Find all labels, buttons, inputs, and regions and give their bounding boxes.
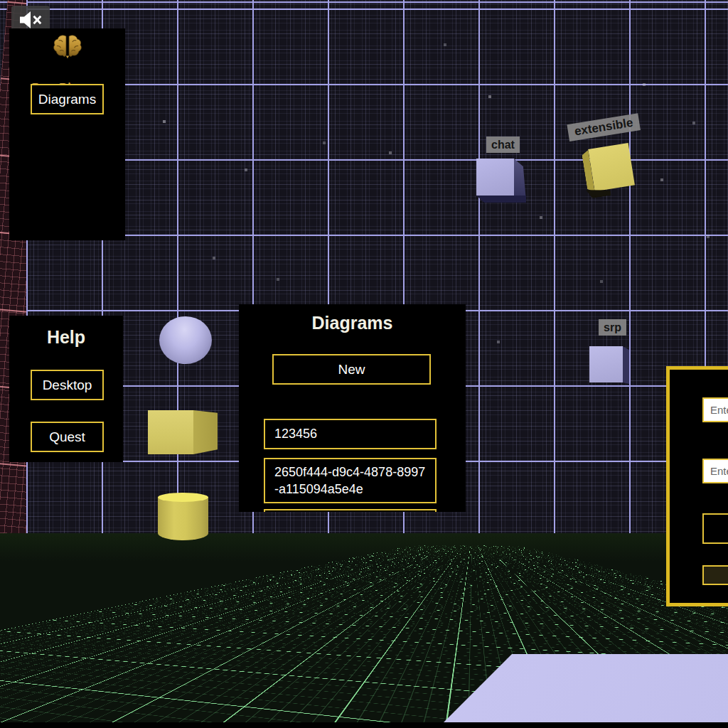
- node-label-srp[interactable]: srp: [599, 319, 626, 336]
- floor-grid: [0, 545, 728, 728]
- side-panel-input-1[interactable]: Ente: [702, 397, 728, 422]
- bottom-letterbox: [0, 722, 728, 728]
- diagrams-panel: Diagrams New 123456 2650f444-d9c4-4878-8…: [239, 304, 466, 512]
- node-cube-chat[interactable]: [476, 159, 514, 196]
- brand-panel: Deep Diagram DESIGNER Diagrams: [9, 28, 125, 240]
- help-quest-button[interactable]: Quest: [31, 422, 104, 452]
- node-cube-extensible[interactable]: [588, 143, 635, 191]
- help-panel: Help Desktop Quest: [9, 316, 123, 462]
- cylinder-shape: [158, 493, 208, 540]
- cylinder-body: [158, 497, 208, 540]
- cube-shape-front: [148, 410, 193, 454]
- cube-shape-side: [193, 410, 218, 454]
- side-panel: Ente Ente: [666, 366, 728, 606]
- floor: [0, 533, 728, 728]
- sphere-shape: [159, 316, 212, 364]
- cylinder-top: [158, 493, 208, 502]
- diagrams-menu-button[interactable]: Diagrams: [31, 84, 104, 114]
- brain-logo-icon: [9, 33, 125, 61]
- side-panel-input-2[interactable]: Ente: [702, 459, 728, 483]
- node-extensible[interactable]: extensible: [565, 112, 657, 208]
- diagrams-panel-title: Diagrams: [239, 313, 466, 333]
- diagram-list-item[interactable]: 2650f444-d9c4-4878-8997-a115094a5e4e: [264, 458, 437, 503]
- diagram-list-item-partial[interactable]: [264, 509, 437, 512]
- node-cube-srp[interactable]: [589, 346, 623, 382]
- side-panel-field-olive[interactable]: [702, 565, 728, 585]
- vr-scene: chat extensible srp: [0, 0, 728, 728]
- node-cube-srp-side: [623, 346, 629, 384]
- node-label-chat[interactable]: chat: [486, 136, 520, 153]
- new-diagram-button[interactable]: New: [272, 354, 431, 385]
- side-panel-field-dark[interactable]: [702, 513, 728, 544]
- help-panel-title: Help: [9, 327, 123, 348]
- node-cube-chat-bottom: [476, 196, 526, 203]
- help-desktop-button[interactable]: Desktop: [31, 370, 104, 400]
- diagram-list-item[interactable]: 123456: [264, 419, 437, 449]
